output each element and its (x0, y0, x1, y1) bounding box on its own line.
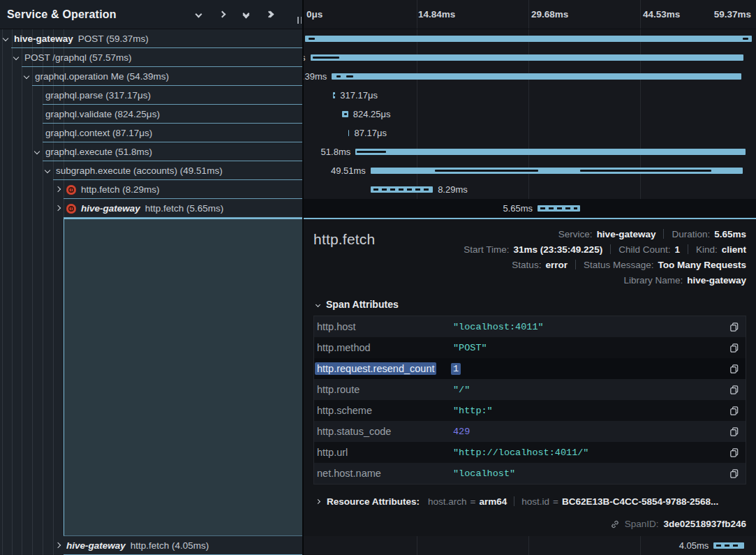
timeline-row-http-fetch-4ms[interactable]: 4.05ms (304, 536, 756, 555)
operation-label: POST /graphql (57.57ms) (24, 52, 132, 63)
toggle-children-icon[interactable] (24, 73, 29, 79)
tree-row-post-graphql[interactable]: POST /graphql (57.57ms) (0, 48, 302, 67)
resource-attributes-toggle[interactable]: Resource Attributes: host.arch=arm64host… (313, 491, 746, 511)
span-bar-graphql-context[interactable] (348, 130, 350, 136)
timeline-row-graphql-parse[interactable]: 317.17μs (304, 86, 756, 105)
collapse-one-icon[interactable] (193, 10, 203, 20)
operation-label: graphql.context (87.17μs) (45, 128, 152, 138)
ruler-tick: 44.53ms (643, 9, 680, 20)
span-bar-http-fetch-4ms[interactable] (713, 542, 744, 549)
child-span-mark (357, 151, 386, 153)
copy-value-button[interactable] (729, 322, 739, 332)
bar-duration-label: 54.39ms (304, 67, 327, 86)
timeline-row-graphql-validate[interactable]: 824.25μs (304, 105, 756, 124)
meta-divider (688, 244, 688, 254)
attribute-row-http-status_code[interactable]: http.status_code429 (314, 421, 746, 442)
span-bar-graphql-parse[interactable] (333, 92, 335, 98)
attribute-key: http.route (317, 384, 453, 395)
link-icon[interactable] (610, 519, 620, 529)
attribute-row-http-request-resend_count[interactable]: http.request.resend_count1 (314, 358, 746, 379)
resource-key: host.arch (428, 496, 467, 507)
attribute-key: http.status_code (317, 426, 453, 437)
span-bar-graphql-execute[interactable] (355, 149, 745, 155)
copy-value-button[interactable] (729, 468, 739, 479)
toggle-children-icon[interactable] (55, 542, 61, 548)
bar-duration-label: 87.17μs (354, 124, 387, 142)
attribute-row-http-host[interactable]: http.host"localhost:4011" (314, 316, 746, 337)
copy-value-button[interactable] (729, 427, 739, 437)
toggle-children-icon[interactable] (45, 168, 50, 173)
toggle-children-icon[interactable] (55, 205, 61, 211)
attribute-row-http-method[interactable]: http.method"POST" (314, 337, 746, 358)
operation-label: http.fetch (5.65ms) (145, 203, 224, 214)
span-meta: Service:hive-gatewayDuration:5.65msStart… (464, 226, 746, 288)
operation-label: http.fetch (4.05ms) (131, 540, 209, 551)
tree-row-hive-gateway-post[interactable]: hive-gatewayPOST (59.37ms) (0, 29, 302, 48)
resource-attributes-title: Resource Attributes: (327, 496, 420, 507)
timeline-row-http-fetch-8ms[interactable]: 8.29ms (304, 180, 756, 199)
tree-controls (193, 10, 274, 20)
timeline-panel: 0μs14.84ms29.68ms44.53ms59.37ms 59.37ms5… (304, 0, 756, 555)
timeline-row-http-fetch-5ms[interactable]: 5.65ms (304, 199, 756, 218)
meta-label: Status Message: (584, 260, 654, 270)
expand-one-icon[interactable] (217, 10, 227, 20)
tree-row-http-fetch-5ms[interactable]: !hive-gatewayhttp.fetch (5.65ms) (0, 199, 302, 218)
child-span-mark (334, 94, 335, 96)
timeline-row-post-graphql[interactable]: 57.57ms (304, 48, 756, 67)
span-bar-http-fetch-5ms[interactable] (538, 205, 580, 212)
tree-row-graphql-validate[interactable]: graphql.validate (824.25μs) (0, 105, 302, 124)
bar-duration-label: 57.57ms (304, 48, 306, 67)
copy-value-button[interactable] (729, 406, 739, 416)
attribute-key: http.host (317, 321, 453, 332)
tree-row-http-fetch-8ms[interactable]: !http.fetch (8.29ms) (0, 180, 302, 199)
tree-row-subgraph-execute-accounts[interactable]: subgraph.execute (accounts) (49.51ms) (0, 161, 302, 180)
span-bar-hive-gateway-post[interactable] (305, 36, 752, 42)
span-bar-post-graphql[interactable] (311, 54, 744, 61)
toggle-children-icon[interactable] (34, 149, 40, 154)
operation-label: graphql.operation Me (54.39ms) (35, 71, 169, 82)
copy-value-button[interactable] (729, 364, 739, 374)
service-name: hive-gateway (14, 34, 73, 44)
attribute-row-net-host-name[interactable]: net.host.name"localhost" (314, 463, 746, 484)
copy-value-button[interactable] (729, 385, 739, 395)
toggle-children-icon[interactable] (3, 36, 8, 41)
tree-row-graphql-context[interactable]: graphql.context (87.17μs) (0, 124, 302, 142)
span-bar-graphql-validate[interactable] (342, 111, 348, 117)
tree-row-graphql-parse[interactable]: graphql.parse (317.17μs) (0, 86, 302, 105)
collapse-all-icon[interactable] (241, 10, 251, 20)
timeline-row-hive-gateway-post[interactable]: 59.37ms (304, 29, 756, 48)
span-bar-graphql-operation-me[interactable] (332, 73, 741, 80)
attribute-key: http.scheme (317, 405, 453, 416)
expand-all-icon[interactable] (265, 10, 274, 20)
meta-divider (575, 260, 576, 269)
copy-icon (729, 406, 739, 416)
panel-resize-grip[interactable] (297, 17, 302, 24)
tree-row-graphql-operation-me[interactable]: graphql.operation Me (54.39ms) (0, 67, 302, 86)
tree-row-http-fetch-4ms[interactable]: hive-gatewayhttp.fetch (4.05ms) (0, 536, 302, 555)
timeline-row-graphql-context[interactable]: 87.17μs (304, 124, 756, 142)
timeline-row-graphql-operation-me[interactable]: 54.39ms (304, 67, 756, 86)
span-bar-subgraph-execute-accounts[interactable] (371, 168, 743, 174)
attribute-row-http-scheme[interactable]: http.scheme"http:" (314, 400, 746, 421)
bar-duration-label: 49.51ms (331, 161, 366, 180)
copy-icon (729, 427, 739, 437)
timeline-row-subgraph-execute-accounts[interactable]: 49.51ms (304, 161, 756, 180)
copy-icon (729, 385, 739, 395)
trace-viewer: Service & Operation hive-gatewayPOST (59… (0, 0, 756, 555)
copy-icon (729, 364, 739, 374)
toggle-children-icon[interactable] (55, 186, 61, 192)
attribute-row-http-route[interactable]: http.route"/" (314, 379, 746, 400)
copy-value-button[interactable] (729, 343, 739, 353)
copy-value-button[interactable] (729, 447, 739, 458)
meta-value: 5.65ms (714, 229, 746, 239)
timeline-row-graphql-execute[interactable]: 51.8ms (304, 142, 756, 161)
tree-row-graphql-execute[interactable]: graphql.execute (51.8ms) (0, 142, 302, 161)
copy-icon (729, 468, 739, 479)
attribute-row-http-url[interactable]: http.url"http://localhost:4011/" (314, 442, 746, 463)
meta-line: Start Time:31ms (23:35:49.225)Child Coun… (464, 242, 746, 257)
span-attributes-title: Span Attributes (326, 299, 399, 310)
toggle-children-icon[interactable] (13, 54, 19, 60)
span-detail-panel: http.fetch Service:hive-gatewayDuration:… (304, 218, 756, 536)
span-attributes-toggle[interactable]: Span Attributes (316, 299, 746, 310)
span-bar-http-fetch-8ms[interactable] (371, 186, 433, 193)
